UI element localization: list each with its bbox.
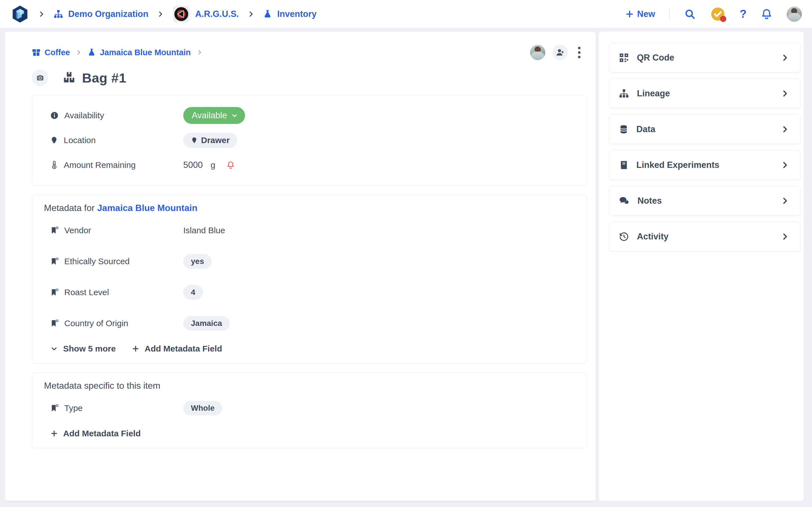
nav-inventory-link[interactable]: Inventory <box>263 9 317 19</box>
metadata-value[interactable]: Island Blue <box>183 226 225 235</box>
app-logo[interactable] <box>11 5 29 23</box>
metadata-group-title-link[interactable]: Jamaica Blue Mountain <box>97 203 198 213</box>
amount-label: Amount Remaining <box>64 160 136 170</box>
availability-label: Availability <box>64 111 104 120</box>
chevron-right-icon <box>197 49 203 55</box>
metadata-value-pill[interactable]: Jamaica <box>183 316 230 331</box>
metadata-label: Type <box>64 403 83 413</box>
metadata-value-pill[interactable]: Whole <box>183 401 222 415</box>
bell-icon[interactable] <box>761 8 772 20</box>
add-metadata-field-button[interactable]: Add Metadata Field <box>132 344 222 353</box>
breadcrumb-parent-link[interactable]: Jamaica Blue Mountain <box>87 48 191 57</box>
sidebar-item-label: Notes <box>638 196 662 206</box>
nav-app-link[interactable]: A.R.G.U.S. <box>172 5 239 23</box>
add-metadata-field-label: Add Metadata Field <box>145 344 222 353</box>
sidebar-item-label: Linked Experiments <box>637 160 719 170</box>
sidebar-item-linked-experiments[interactable]: Linked Experiments <box>609 150 801 180</box>
plus-icon <box>132 345 140 353</box>
item-detail-panel: Coffee Jamaica Blue Mountain <box>4 32 596 501</box>
breadcrumb-parent-label: Jamaica Blue Mountain <box>100 48 191 57</box>
nav-app-label: A.R.G.U.S. <box>195 9 239 19</box>
info-circle-icon <box>50 111 59 120</box>
sidebar-item-data[interactable]: Data <box>609 114 801 144</box>
item-photo-button[interactable] <box>32 69 48 86</box>
chevron-right-icon <box>781 54 789 62</box>
chevron-down-icon <box>231 112 238 119</box>
search-icon[interactable] <box>684 8 696 20</box>
metadata-value-pill[interactable]: 4 <box>183 285 203 300</box>
metadata-group-card: Metadata for Jamaica Blue Mountain Vendo… <box>32 194 587 363</box>
alert-bell-icon[interactable] <box>226 161 235 170</box>
sidebar-item-label: Lineage <box>637 89 670 99</box>
availability-dropdown[interactable]: Available <box>183 107 245 124</box>
nav-org-link[interactable]: Demo Organization <box>54 9 148 19</box>
page-title: Bag #1 <box>82 70 126 86</box>
metadata-group-title-prefix: Metadata for <box>44 203 97 213</box>
new-button[interactable]: New <box>625 9 655 19</box>
metadata-label: Ethically Sourced <box>64 257 130 266</box>
chevron-right-icon <box>247 10 255 18</box>
history-icon <box>619 231 629 242</box>
metadata-item-card: Metadata specific to this item Type Whol… <box>32 372 587 448</box>
sitemap-icon <box>54 9 63 19</box>
location-pin-icon <box>50 136 58 145</box>
nav-org-label: Demo Organization <box>68 9 148 19</box>
qr-code-icon <box>619 53 629 63</box>
add-collaborator-button[interactable] <box>553 45 568 60</box>
tag-bookmark-icon <box>50 226 59 235</box>
metadata-group-header: Metadata for Jamaica Blue Mountain <box>32 195 587 215</box>
add-metadata-field-button[interactable]: Add Metadata Field <box>50 429 141 438</box>
metadata-label: Vendor <box>64 226 91 235</box>
tag-bookmark-icon <box>50 319 59 328</box>
metadata-item-header: Metadata specific to this item <box>32 373 587 393</box>
chevron-right-icon <box>781 125 789 133</box>
metadata-row: Country of Origin Jamaica <box>32 308 587 339</box>
metadata-label: Roast Level <box>64 288 109 297</box>
user-avatar[interactable] <box>786 6 802 22</box>
metadata-value-pill[interactable]: yes <box>183 254 212 269</box>
sidebar-item-qr-code[interactable]: QR Code <box>609 43 801 72</box>
chevron-right-icon <box>781 161 789 169</box>
tasks-check-icon[interactable] <box>710 6 726 22</box>
tag-bookmark-icon <box>50 288 59 297</box>
sidebar-item-lineage[interactable]: Lineage <box>609 78 801 108</box>
breadcrumb: Coffee Jamaica Blue Mountain <box>32 48 203 57</box>
sitemap-icon <box>619 89 629 99</box>
nav-inventory-label: Inventory <box>277 9 317 19</box>
person-plus-icon <box>556 48 565 57</box>
chevron-right-icon <box>157 10 164 18</box>
metadata-row: Roast Level 4 <box>32 277 587 308</box>
add-metadata-field-label: Add Metadata Field <box>63 429 141 438</box>
more-options-button[interactable] <box>575 45 583 60</box>
location-row: Location Drawer <box>32 128 587 153</box>
plus-icon <box>625 10 634 18</box>
new-button-label: New <box>637 9 655 19</box>
sidebar-item-label: Data <box>637 124 655 134</box>
page-background: Coffee Jamaica Blue Mountain <box>0 28 812 507</box>
availability-value: Available <box>192 110 227 121</box>
show-more-button[interactable]: Show 5 more <box>50 344 116 353</box>
detail-sidebar: QR Code Lineage Data <box>599 32 804 501</box>
breadcrumb-coffee-link[interactable]: Coffee <box>32 48 70 57</box>
show-more-label: Show 5 more <box>63 344 116 353</box>
notification-dot <box>720 16 726 22</box>
flask-icon <box>87 48 96 57</box>
collaborator-avatar[interactable] <box>530 45 545 60</box>
camera-icon <box>36 74 44 82</box>
tag-bookmark-icon <box>50 257 59 266</box>
top-navbar: Demo Organization A.R.G.U.S. Invent <box>0 0 812 28</box>
box-icon <box>32 48 41 57</box>
sidebar-item-activity[interactable]: Activity <box>609 222 801 251</box>
argus-logo <box>172 5 190 23</box>
help-icon[interactable]: ? <box>740 8 747 20</box>
location-chip[interactable]: Drawer <box>183 133 238 148</box>
comments-icon <box>619 196 629 206</box>
amount-value[interactable]: 5000 <box>183 160 203 170</box>
flask-icon <box>263 10 272 18</box>
plus-icon <box>50 430 58 438</box>
availability-row: Availability Available <box>32 103 587 128</box>
metadata-row: Type Whole <box>32 393 587 424</box>
metadata-row: Ethically Sourced yes <box>32 246 587 277</box>
sidebar-item-notes[interactable]: Notes <box>609 186 801 216</box>
chevron-down-icon <box>50 345 58 353</box>
